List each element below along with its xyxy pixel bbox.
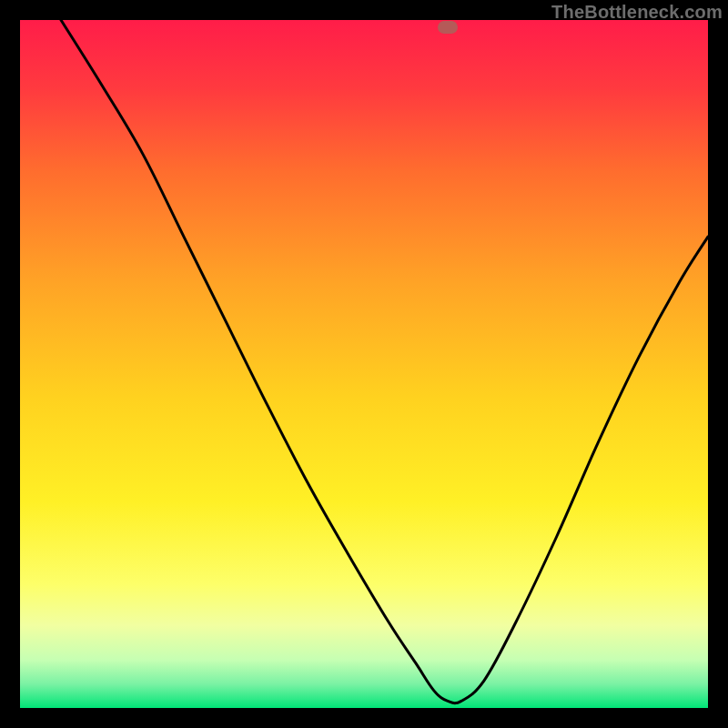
background-gradient: [20, 20, 708, 708]
svg-rect-0: [20, 20, 708, 708]
chart-frame: TheBottleneck.com: [0, 0, 728, 728]
bottleneck-marker: [438, 21, 458, 34]
plot-area: [20, 20, 708, 708]
attribution-text: TheBottleneck.com: [551, 2, 723, 23]
